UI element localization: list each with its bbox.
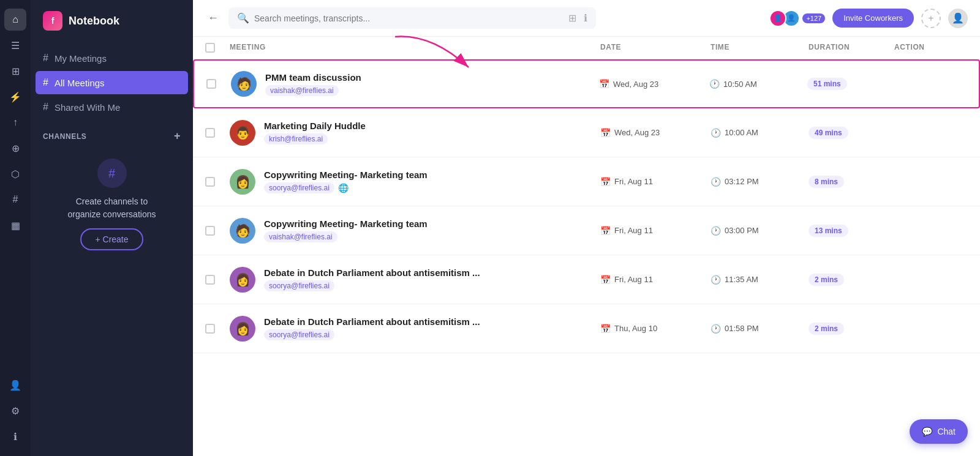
invite-coworkers-button[interactable]: Invite Coworkers [832,9,914,28]
meeting-title: Debate in Dutch Parliament about antisem… [264,267,480,278]
channel-icon: # [97,159,127,188]
calendar-icon: 📅 [600,128,611,138]
time-cell: 🕐 01:58 PM [710,324,809,334]
add-button[interactable]: + [921,9,941,28]
back-button[interactable]: ← [205,9,221,27]
meeting-info: 👨 Marketing Daily Huddle krish@fireflies… [230,113,600,153]
table-row[interactable]: 🧑 Copywriting Meeting- Marketing team va… [193,206,980,255]
select-all-checkbox[interactable] [205,43,215,53]
meeting-owner-badge: vaishak@fireflies.ai [264,231,428,242]
time-cell: 🕐 11:35 AM [710,275,809,285]
table-row[interactable]: 🧑 PMM team discussion vaishak@fireflies.… [193,59,980,108]
table-row[interactable]: 👩 Debate in Dutch Parliament about antis… [193,304,980,353]
hash-icon[interactable]: # [4,189,26,211]
top-bar-right: 👤 👤 +127 Invite Coworkers + 👤 [773,9,968,28]
duration-cell: 49 mins [809,127,894,139]
row-checkbox[interactable] [205,275,215,285]
meeting-title: Debate in Dutch Parliament about antisem… [264,316,480,327]
search-info-icon[interactable]: ℹ [584,12,587,24]
row-checkbox-cell [205,275,230,285]
search-input[interactable] [254,13,561,23]
avatars-group: 👤 👤 +127 [773,10,825,27]
duration-cell: 13 mins [809,225,894,237]
people-icon[interactable]: 👤 [4,374,26,396]
meeting-details: Debate in Dutch Parliament about antisem… [264,316,480,340]
document-icon[interactable]: ☰ [4,34,26,56]
flash-icon[interactable]: ⚡ [4,86,26,108]
meeting-owner: vaishak@fireflies.ai [265,85,339,96]
meeting-time: 10:50 AM [723,80,757,89]
meeting-time: 11:35 AM [725,275,758,284]
action-col-header: ACTION [894,43,968,53]
chart-icon[interactable]: ▦ [4,214,26,236]
date-cell: 📅 Fri, Aug 11 [600,177,710,187]
meeting-owner-badge: soorya@fireflies.ai [264,280,480,291]
checkbox-header [205,43,230,53]
apps-icon[interactable]: ⬡ [4,163,26,185]
duration-cell: 2 mins [809,274,894,286]
meeting-details: PMM team discussion vaishak@fireflies.ai [265,72,361,96]
meeting-date: Fri, Aug 11 [614,177,653,186]
upload-icon[interactable]: ↑ [4,111,26,133]
duration-cell: 8 mins [809,176,894,188]
date-cell: 📅 Thu, Aug 10 [600,324,710,334]
sidebar-item-shared[interactable]: # Shared With Me [31,95,193,119]
row-checkbox[interactable] [205,324,215,334]
row-checkbox[interactable] [206,79,216,89]
meeting-time: 03:12 PM [725,177,759,186]
hash-icon-active: # [43,77,48,88]
calendar-icon: 📅 [600,324,611,334]
meeting-owner: soorya@fireflies.ai [264,182,334,193]
layers-icon[interactable]: ⊕ [4,137,26,159]
sidebar-item-all-meetings[interactable]: # All Meetings [36,71,188,94]
row-checkbox-cell [205,128,230,138]
sidebar-item-label-active: All Meetings [55,78,105,88]
meeting-date: Wed, Aug 23 [614,128,660,137]
date-col-header: DATE [600,43,710,53]
meeting-col-header: MEETING [230,43,600,53]
date-cell: 📅 Wed, Aug 23 [600,128,710,138]
duration-badge: 13 mins [809,225,848,237]
row-checkbox[interactable] [205,177,215,187]
chat-icon: 💬 [922,427,932,436]
date-cell: 📅 Wed, Aug 23 [599,79,709,89]
meeting-owner: soorya@fireflies.ai [264,280,334,291]
row-checkbox[interactable] [205,128,215,138]
search-icon: 🔍 [237,12,249,24]
info-icon[interactable]: ℹ [4,425,26,447]
row-checkbox-cell [205,324,230,334]
calendar-icon: 📅 [600,226,611,236]
settings-icon[interactable]: ⚙ [4,400,26,422]
user-avatar[interactable]: 👤 [948,9,968,28]
row-checkbox[interactable] [205,226,215,236]
create-channel-button[interactable]: + Create [80,228,143,250]
add-channel-button[interactable]: + [174,130,181,143]
table-row[interactable]: 👩 Debate in Dutch Parliament about antis… [193,255,980,304]
table-header: MEETING DATE TIME DURATION ACTION [193,37,980,59]
grid-filter-icon[interactable]: ⊞ [568,12,576,24]
duration-badge: 8 mins [809,176,844,188]
app-logo: f Notebook [31,0,193,42]
time-col-header: TIME [710,43,809,53]
chat-button[interactable]: 💬 Chat [910,419,968,444]
meeting-owner-badge: soorya@fireflies.ai [264,329,480,340]
sidebar: f Notebook # My Meetings # All Meetings … [31,0,193,456]
meetings-table: MEETING DATE TIME DURATION ACTION 🧑 PMM … [193,37,980,456]
duration-badge: 2 mins [809,323,844,335]
table-row[interactable]: 👩 Copywriting Meeting- Marketing team so… [193,157,980,206]
date-cell: 📅 Fri, Aug 11 [600,275,710,285]
meeting-details: Copywriting Meeting- Marketing team vais… [264,219,428,242]
duration-badge: 49 mins [809,127,848,139]
sidebar-item-my-meetings[interactable]: # My Meetings [31,47,193,70]
main-content: ← 🔍 ⊞ ℹ 👤 👤 +127 Invite Coworkers [193,0,980,456]
meeting-time: 03:00 PM [725,226,759,235]
meeting-date: Fri, Aug 11 [614,226,653,235]
duration-badge: 51 mins [807,78,847,90]
meeting-avatar: 🧑 [230,218,255,244]
home-icon[interactable]: ⌂ [4,9,26,31]
app-name: Notebook [69,15,119,28]
grid-icon[interactable]: ⊞ [4,60,26,82]
table-row[interactable]: 👨 Marketing Daily Huddle krish@fireflies… [193,108,980,157]
calendar-icon: 📅 [600,177,611,187]
sidebar-item-label-shared: Shared With Me [55,102,121,113]
